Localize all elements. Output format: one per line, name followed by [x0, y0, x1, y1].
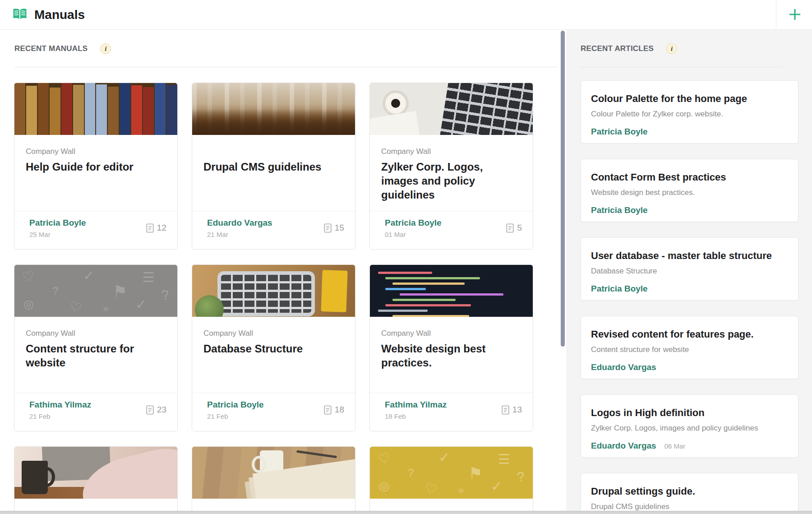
manual-cover-doodle-yellow-image: ♡?✓⚑☰◎♡»✓?: [370, 447, 533, 499]
manual-cover-laptop-typing-image: [192, 265, 355, 317]
author-link[interactable]: Eduardo Vargas: [207, 218, 272, 228]
manual-title: Zylker Corp. Logos, images and policy gu…: [381, 160, 522, 202]
article-count: 12: [146, 223, 166, 233]
manual-card-footer: Patricia Boyle 25 Mar 12: [14, 211, 177, 249]
article-title: Colour Palette for the home page: [591, 93, 788, 105]
manual-card-footer: Eduardo Vargas 21 Mar 15: [192, 211, 355, 249]
info-icon[interactable]: i: [100, 43, 111, 54]
manual-card[interactable]: Company Wall Database Structure Patricia…: [192, 264, 355, 431]
article-date: 06 Mar: [664, 442, 686, 450]
article-subtitle: Database Structure: [591, 267, 788, 276]
article-card[interactable]: Contact Form Best practices Website desi…: [581, 159, 798, 222]
manual-title: Drupal CMS guidelines: [203, 160, 344, 174]
article-subtitle: Website design best practices.: [591, 188, 788, 197]
author-link[interactable]: Patricia Boyle: [591, 127, 648, 137]
vertical-scrollbar-thumb[interactable]: [561, 31, 565, 347]
article-title: User database - master table structure: [591, 250, 788, 262]
manual-card[interactable]: ♡?✓⚑☰◎♡»✓?: [369, 446, 533, 514]
manual-category: Company Wall: [203, 329, 344, 338]
article-card[interactable]: Drupal settings guide. Drupal CMS guidel…: [581, 473, 798, 514]
manual-cover-desk-papers-image: [192, 447, 355, 499]
article-title: Drupal settings guide.: [591, 485, 788, 498]
manual-date: 25 Mar: [29, 231, 51, 238]
author-link[interactable]: Eduardo Vargas: [591, 441, 656, 451]
recent-articles-panel: RECENT ARTICLES i Colour Palette for the…: [566, 30, 812, 514]
manual-card-footer: Fathima Yilmaz 21 Feb 23: [14, 393, 177, 431]
article-card[interactable]: Colour Palette for the home page Colour …: [581, 80, 798, 144]
info-icon[interactable]: i: [666, 43, 677, 54]
manual-title: Database Structure: [203, 342, 344, 356]
manual-category: [203, 147, 344, 157]
manual-card[interactable]: Drupal CMS guidelines Eduardo Vargas 21 …: [192, 83, 355, 250]
manual-category: Company Wall: [381, 329, 522, 338]
recent-articles-label: RECENT ARTICLES: [581, 44, 654, 53]
article-count-value: 18: [335, 405, 344, 415]
section-divider: [581, 67, 783, 67]
recent-manuals-label: RECENT MANUALS: [14, 44, 88, 53]
manual-cover-books-image: [14, 83, 177, 135]
plus-icon: [788, 8, 802, 23]
article-count-value: 23: [157, 405, 166, 415]
recent-articles-header: RECENT ARTICLES i: [581, 43, 677, 54]
manual-card-footer: Patricia Boyle 21 Feb 18: [192, 393, 355, 431]
recent-manuals-header: RECENT MANUALS i: [14, 43, 111, 54]
manual-title: Website design best practices.: [381, 342, 522, 370]
manual-cover-code-image: [370, 265, 533, 317]
manual-date: 21 Feb: [29, 412, 51, 420]
manuals-page: Manuals RECENT MANUALS i Company Wall: [0, 0, 812, 514]
author-link[interactable]: Patricia Boyle: [385, 218, 442, 228]
document-icon: [506, 223, 514, 233]
author-link[interactable]: Patricia Boyle: [207, 400, 264, 410]
manual-cover-cafe-image: [192, 83, 355, 135]
manual-title: Content structure for website: [26, 342, 166, 370]
author-link[interactable]: Patricia Boyle: [591, 205, 648, 215]
author-link[interactable]: Patricia Boyle: [29, 218, 86, 228]
section-divider: [14, 67, 558, 67]
article-count: 23: [146, 405, 166, 415]
manual-category: Company Wall: [26, 329, 166, 338]
manual-card[interactable]: Company Wall Website design best practic…: [369, 264, 533, 431]
manual-date: 21 Mar: [207, 231, 228, 238]
articles-list: Colour Palette for the home page Colour …: [581, 80, 798, 514]
author-link[interactable]: Patricia Boyle: [591, 284, 648, 294]
manual-card[interactable]: Company Wall Zylker Corp. Logos, images …: [369, 83, 533, 250]
manual-card[interactable]: [14, 446, 178, 514]
manual-cover-coffee-keyboard-image: [370, 83, 533, 135]
article-count: 18: [324, 405, 344, 415]
manual-title: Help Guide for editor: [26, 160, 166, 174]
author-link[interactable]: Eduardo Vargas: [591, 362, 656, 372]
article-count: 5: [506, 223, 522, 233]
page-title: Manuals: [34, 8, 85, 22]
manual-card[interactable]: Company Wall Help Guide for editor Patri…: [14, 83, 178, 250]
manual-date: 21 Feb: [207, 412, 228, 420]
article-card[interactable]: Revised content for features page. Conte…: [581, 316, 798, 379]
manual-card[interactable]: [192, 446, 355, 514]
manual-card[interactable]: ♡?✓⚑☰◎♡»✓? Company Wall Content structur…: [14, 264, 178, 431]
article-count: 15: [324, 223, 344, 233]
manual-date: 18 Feb: [385, 412, 406, 420]
article-count: 13: [502, 405, 522, 415]
article-card[interactable]: User database - master table structure D…: [581, 237, 798, 301]
author-link[interactable]: Fathima Yilmaz: [29, 400, 91, 410]
article-subtitle: Zylker Corp. Logos, images and policy gu…: [591, 424, 788, 433]
article-count-value: 13: [512, 405, 522, 415]
open-book-icon: [12, 7, 28, 23]
manual-date: 01 Mar: [385, 231, 406, 238]
document-icon: [502, 405, 509, 415]
add-manual-button[interactable]: [785, 6, 805, 23]
manual-category: Company Wall: [26, 147, 166, 157]
manual-cover-doodle-gray-image: ♡?✓⚑☰◎♡»✓?: [14, 265, 177, 317]
horizontal-scrollbar[interactable]: [0, 511, 812, 514]
article-count-value: 12: [157, 223, 166, 233]
article-subtitle: Content structure for website: [591, 345, 788, 354]
top-bar: Manuals: [0, 0, 812, 30]
article-title: Revised content for features page.: [591, 328, 788, 341]
manual-card-footer: Fathima Yilmaz 18 Feb 13: [370, 393, 533, 431]
brand: Manuals: [12, 7, 85, 23]
article-card[interactable]: Logos in High definition Zylker Corp. Lo…: [581, 394, 798, 458]
document-icon: [324, 405, 332, 415]
author-link[interactable]: Fathima Yilmaz: [385, 400, 447, 410]
manual-card-footer: Patricia Boyle 01 Mar 5: [370, 211, 533, 249]
manual-category: Company Wall: [381, 147, 522, 157]
recent-manuals-panel: RECENT MANUALS i Company Wall Help Guide…: [0, 30, 566, 514]
